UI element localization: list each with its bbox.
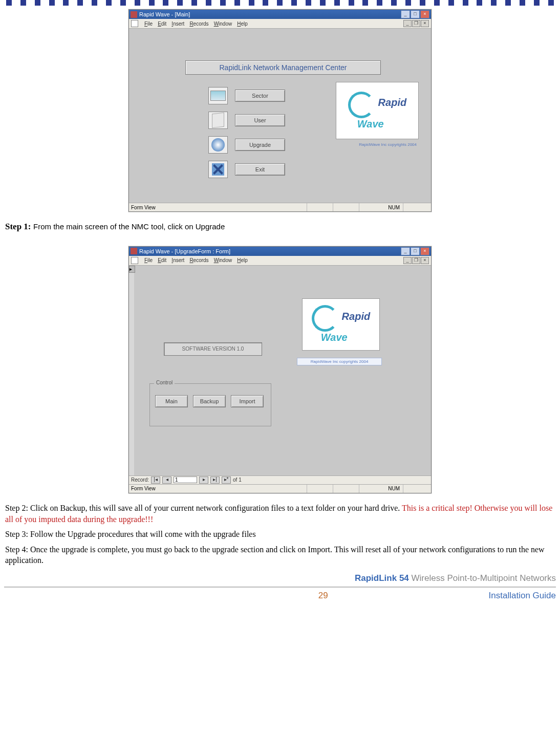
step1-label: Step 1: [5, 222, 31, 231]
exit-icon [208, 161, 228, 178]
footer-guide: Installation Guide [489, 591, 556, 601]
record-prev-button[interactable]: ◂ [162, 476, 171, 484]
step2-text: Step 2: Click on Backup, this will save … [5, 503, 555, 525]
menu-help[interactable]: Help [237, 257, 248, 263]
page-number: 29 [318, 591, 328, 601]
mdi-minimize-button[interactable]: _ [403, 20, 412, 27]
mdi-restore-button[interactable]: ❐ [412, 20, 420, 27]
logo-text-rapid: Rapid [342, 311, 371, 322]
footer-row: 29 Installation Guide [4, 591, 556, 601]
record-navigator: Record: |◂ ◂ ▸ ▸| ▸* of 1 [129, 475, 431, 484]
menu-insert[interactable]: Insert [171, 257, 184, 263]
screenshot-upgrade-window: Rapid Wave - [UpgradeForm : Form] _ □ × … [128, 246, 432, 493]
status-num: NUM [385, 205, 403, 210]
mdi-close-button[interactable]: × [421, 257, 429, 264]
sector-button[interactable]: Sector [235, 90, 285, 102]
control-legend: Control [154, 380, 175, 385]
close-button[interactable]: × [420, 10, 429, 18]
logo-panel: Rapid Wave [302, 298, 380, 351]
upgrade-icon [208, 136, 228, 154]
footer-brand-rest: Wireless Point-to-Multipoint Networks [412, 573, 556, 583]
status-num: NUM [385, 486, 403, 491]
record-label: Record: [131, 477, 149, 483]
main-menu-icons: Sector User Upgrade Exit [208, 80, 285, 185]
step1-body: From the main screen of the NMC tool, cl… [33, 222, 225, 231]
page-top-dots [4, 0, 556, 7]
status-left: Form View [131, 486, 307, 491]
step4-text: Step 4: Once the upgrade is complete, yo… [5, 544, 555, 566]
menu-help[interactable]: Help [237, 21, 248, 27]
document-icon [131, 257, 138, 264]
maximize-button[interactable]: □ [411, 247, 420, 255]
exit-button[interactable]: Exit [235, 163, 285, 176]
screenshot-main-window: Rapid Wave - [Main] _ □ × File Edit Inse… [128, 9, 432, 212]
record-selector-strip[interactable]: ▸ [129, 266, 134, 475]
titlebar[interactable]: Rapid Wave - [UpgradeForm : Form] _ □ × [129, 247, 431, 256]
menu-window[interactable]: Window [214, 257, 232, 263]
menu-edit[interactable]: Edit [158, 257, 166, 263]
footer-brand-bold: RapidLink 54 [355, 573, 412, 583]
user-button[interactable]: User [235, 114, 285, 126]
minimize-button[interactable]: _ [401, 10, 410, 18]
import-button[interactable]: Import [231, 395, 264, 407]
menubar: File Edit Insert Records Window Help _ ❐… [129, 256, 431, 266]
sector-icon [208, 87, 228, 104]
logo-text-wave: Wave [357, 118, 406, 130]
statusbar: Form View NUM [129, 203, 431, 211]
minimize-button[interactable]: _ [401, 247, 410, 255]
app-icon [131, 11, 137, 18]
control-groupbox: Control Main Backup Import [149, 383, 271, 426]
wave-swirl-icon [312, 305, 338, 332]
step2-body-a: Step 2: Click on Backup, this will save … [5, 504, 402, 512]
step3-text: Step 3: Follow the Upgrade procedures th… [5, 529, 555, 540]
step1-text: Step 1: From the main screen of the NMC … [5, 221, 555, 233]
client-area: ▸ SOFTWARE VERSION 1.0 Control Main Back… [129, 266, 431, 475]
copyright-text: RapidWave Inc copyrights 2004 [297, 358, 382, 365]
record-new-button[interactable]: ▸* [222, 476, 231, 484]
copyright-text: RapidWave Inc copyrights 2004 [359, 142, 417, 147]
menu-records[interactable]: Records [189, 257, 208, 263]
logo-text-rapid: Rapid [378, 97, 407, 108]
app-icon [131, 248, 137, 254]
document-icon [131, 20, 138, 27]
menu-records[interactable]: Records [189, 21, 208, 27]
titlebar[interactable]: Rapid Wave - [Main] _ □ × [129, 10, 431, 19]
menu-file[interactable]: File [144, 257, 153, 263]
menubar: File Edit Insert Records Window Help _ ❐… [129, 19, 431, 29]
menu-file[interactable]: File [144, 21, 153, 27]
record-last-button[interactable]: ▸| [210, 476, 220, 484]
client-area: RapidLink Network Management Center Sect… [129, 29, 431, 203]
software-version-field: SOFTWARE VERSION 1.0 [164, 342, 262, 356]
nmc-banner: RapidLink Network Management Center [185, 60, 381, 75]
close-button[interactable]: × [420, 247, 429, 255]
record-selector-tab[interactable]: ▸ [129, 266, 135, 273]
maximize-button[interactable]: □ [411, 10, 420, 18]
wave-swirl-icon [348, 92, 375, 118]
mdi-close-button[interactable]: × [421, 20, 429, 27]
backup-button[interactable]: Backup [193, 395, 226, 407]
footer-divider [4, 587, 556, 588]
window-title: Rapid Wave - [Main] [139, 11, 401, 17]
statusbar: Form View NUM [129, 484, 431, 493]
window-title: Rapid Wave - [UpgradeForm : Form] [139, 248, 401, 254]
logo-text-wave: Wave [321, 332, 370, 343]
menu-insert[interactable]: Insert [171, 21, 184, 27]
mdi-minimize-button[interactable]: _ [403, 257, 412, 264]
logo-panel: Rapid Wave [336, 82, 419, 139]
record-first-button[interactable]: |◂ [151, 476, 160, 484]
mdi-restore-button[interactable]: ❐ [412, 257, 420, 264]
record-number-input[interactable] [174, 476, 197, 483]
user-icon [208, 112, 228, 129]
upgrade-button[interactable]: Upgrade [235, 139, 285, 151]
menu-edit[interactable]: Edit [158, 21, 166, 27]
record-next-button[interactable]: ▸ [199, 476, 208, 484]
record-of-label: of 1 [233, 477, 242, 483]
footer-brand: RapidLink 54 Wireless Point-to-Multipoin… [4, 573, 556, 583]
menu-window[interactable]: Window [214, 21, 232, 27]
main-button[interactable]: Main [155, 395, 188, 407]
status-left: Form View [131, 205, 307, 210]
